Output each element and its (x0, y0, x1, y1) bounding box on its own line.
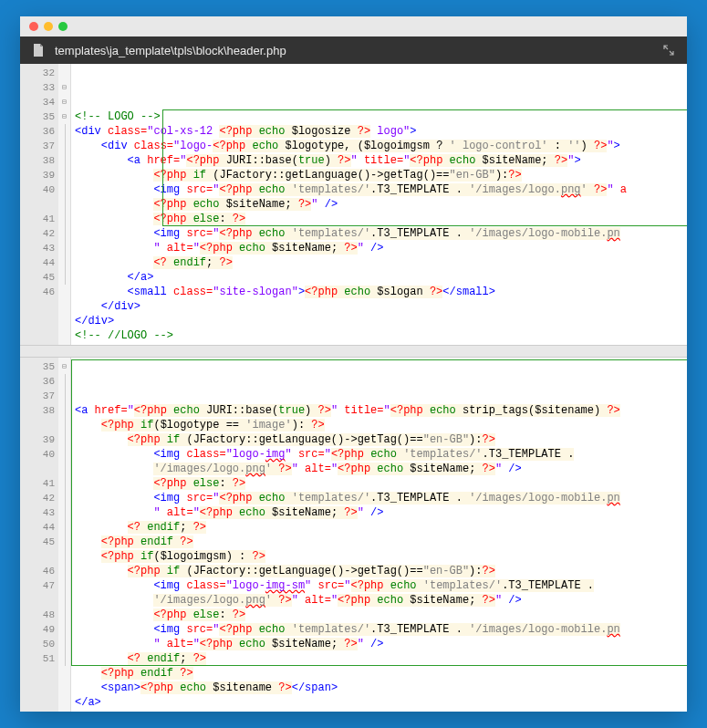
line-gutter: 323334353637383940414243444546 (20, 64, 58, 345)
expand-icon[interactable] (663, 45, 674, 56)
file-icon (33, 44, 44, 57)
pane-separator[interactable] (20, 345, 687, 358)
minimize-icon[interactable] (44, 22, 53, 31)
titlebar[interactable] (20, 16, 687, 36)
editor-window: templates\ja_template\tpls\block\header.… (20, 16, 687, 712)
fold-column[interactable]: ⊟⊟⊟ (58, 64, 71, 345)
path-bar: templates\ja_template\tpls\block\header.… (20, 36, 687, 64)
file-path: templates\ja_template\tpls\block\header.… (55, 44, 286, 57)
code-area[interactable]: <!-- LOGO --><div class="col-xs-12 <?php… (71, 64, 687, 345)
maximize-icon[interactable] (58, 22, 68, 31)
line-gutter: 3536373839404142434445464748495051 (20, 358, 58, 712)
code-pane-2[interactable]: 3536373839404142434445464748495051 ⊟ <a … (20, 358, 687, 712)
fold-column[interactable]: ⊟ (58, 358, 71, 712)
code-area[interactable]: <a href="<?php echo JURI::base(true) ?>"… (71, 358, 687, 712)
close-icon[interactable] (29, 22, 38, 31)
code-pane-1[interactable]: 323334353637383940414243444546 ⊟⊟⊟ <!-- … (20, 64, 687, 345)
